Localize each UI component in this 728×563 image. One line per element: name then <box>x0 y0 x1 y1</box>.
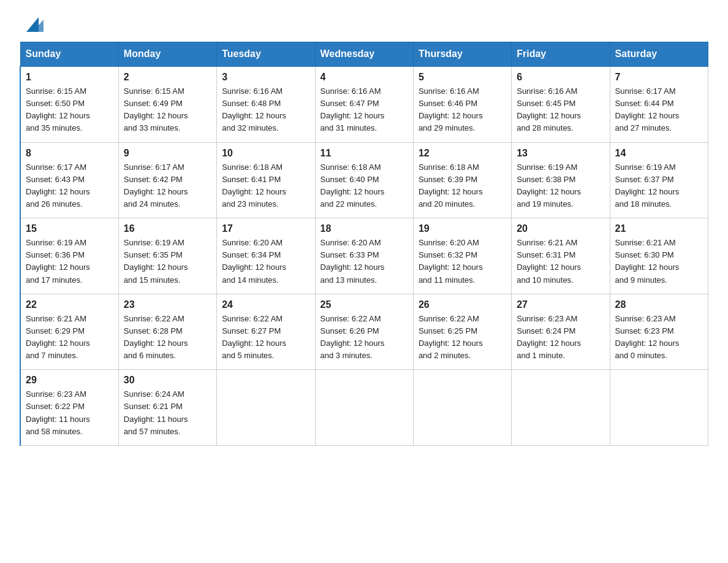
day-number: 21 <box>615 223 703 234</box>
day-number: 11 <box>320 148 408 159</box>
day-info: Sunrise: 6:21 AMSunset: 6:29 PMDaylight:… <box>26 313 113 362</box>
day-info: Sunrise: 6:20 AMSunset: 6:32 PMDaylight:… <box>419 237 506 286</box>
week-row-3: 15Sunrise: 6:19 AMSunset: 6:36 PMDayligh… <box>20 218 708 294</box>
day-info: Sunrise: 6:23 AMSunset: 6:23 PMDaylight:… <box>615 313 703 362</box>
day-number: 24 <box>222 299 309 310</box>
week-row-1: 1Sunrise: 6:15 AMSunset: 6:50 PMDaylight… <box>20 66 708 142</box>
calendar-cell: 22Sunrise: 6:21 AMSunset: 6:29 PMDayligh… <box>20 294 118 370</box>
calendar-cell: 23Sunrise: 6:22 AMSunset: 6:28 PMDayligh… <box>118 294 216 370</box>
calendar-cell: 10Sunrise: 6:18 AMSunset: 6:41 PMDayligh… <box>217 142 315 218</box>
calendar-cell: 8Sunrise: 6:17 AMSunset: 6:43 PMDaylight… <box>20 142 118 218</box>
day-number: 10 <box>222 148 309 159</box>
calendar-cell: 29Sunrise: 6:23 AMSunset: 6:22 PMDayligh… <box>20 370 118 446</box>
calendar-cell: 12Sunrise: 6:18 AMSunset: 6:39 PMDayligh… <box>413 142 511 218</box>
day-info: Sunrise: 6:15 AMSunset: 6:50 PMDaylight:… <box>26 85 113 135</box>
day-info: Sunrise: 6:16 AMSunset: 6:45 PMDaylight:… <box>517 85 604 135</box>
day-number: 17 <box>222 223 309 234</box>
calendar-cell <box>315 370 413 446</box>
day-info: Sunrise: 6:15 AMSunset: 6:49 PMDaylight:… <box>124 85 211 135</box>
day-number: 30 <box>124 375 211 386</box>
day-number: 25 <box>320 299 408 310</box>
week-row-2: 8Sunrise: 6:17 AMSunset: 6:43 PMDaylight… <box>20 142 708 218</box>
day-number: 20 <box>517 223 604 234</box>
calendar-cell: 19Sunrise: 6:20 AMSunset: 6:32 PMDayligh… <box>413 218 511 294</box>
day-info: Sunrise: 6:23 AMSunset: 6:22 PMDaylight:… <box>26 388 113 438</box>
column-header-thursday: Thursday <box>413 42 511 67</box>
calendar-cell <box>413 370 511 446</box>
day-number: 2 <box>124 72 211 83</box>
column-header-saturday: Saturday <box>610 42 708 67</box>
day-info: Sunrise: 6:16 AMSunset: 6:47 PMDaylight:… <box>320 85 408 135</box>
day-number: 5 <box>419 72 506 83</box>
calendar-cell: 24Sunrise: 6:22 AMSunset: 6:27 PMDayligh… <box>217 294 315 370</box>
day-number: 19 <box>419 223 506 234</box>
day-info: Sunrise: 6:20 AMSunset: 6:33 PMDaylight:… <box>320 237 408 286</box>
day-info: Sunrise: 6:22 AMSunset: 6:25 PMDaylight:… <box>419 313 506 362</box>
calendar-cell: 30Sunrise: 6:24 AMSunset: 6:21 PMDayligh… <box>118 370 216 446</box>
day-number: 8 <box>26 148 113 159</box>
column-header-tuesday: Tuesday <box>217 42 315 67</box>
calendar-cell: 17Sunrise: 6:20 AMSunset: 6:34 PMDayligh… <box>217 218 315 294</box>
day-info: Sunrise: 6:18 AMSunset: 6:41 PMDaylight:… <box>222 161 309 211</box>
day-info: Sunrise: 6:19 AMSunset: 6:38 PMDaylight:… <box>517 161 604 211</box>
day-info: Sunrise: 6:20 AMSunset: 6:34 PMDaylight:… <box>222 237 309 286</box>
day-number: 26 <box>419 299 506 310</box>
day-info: Sunrise: 6:16 AMSunset: 6:46 PMDaylight:… <box>419 85 506 135</box>
day-info: Sunrise: 6:22 AMSunset: 6:26 PMDaylight:… <box>320 313 408 362</box>
column-header-wednesday: Wednesday <box>315 42 413 67</box>
day-number: 15 <box>26 223 113 234</box>
day-info: Sunrise: 6:19 AMSunset: 6:37 PMDaylight:… <box>615 161 703 211</box>
logo <box>20 15 44 31</box>
day-info: Sunrise: 6:17 AMSunset: 6:42 PMDaylight:… <box>124 161 211 211</box>
day-number: 7 <box>615 72 703 83</box>
calendar-cell: 11Sunrise: 6:18 AMSunset: 6:40 PMDayligh… <box>315 142 413 218</box>
day-info: Sunrise: 6:24 AMSunset: 6:21 PMDaylight:… <box>124 388 211 438</box>
calendar-cell <box>512 370 610 446</box>
calendar-cell: 25Sunrise: 6:22 AMSunset: 6:26 PMDayligh… <box>315 294 413 370</box>
day-info: Sunrise: 6:16 AMSunset: 6:48 PMDaylight:… <box>222 85 309 135</box>
day-number: 14 <box>615 148 703 159</box>
calendar-cell: 28Sunrise: 6:23 AMSunset: 6:23 PMDayligh… <box>610 294 708 370</box>
day-info: Sunrise: 6:17 AMSunset: 6:43 PMDaylight:… <box>26 161 113 211</box>
calendar-cell: 5Sunrise: 6:16 AMSunset: 6:46 PMDaylight… <box>413 66 511 142</box>
calendar-cell: 7Sunrise: 6:17 AMSunset: 6:44 PMDaylight… <box>610 66 708 142</box>
day-number: 29 <box>26 375 113 386</box>
calendar-table: SundayMondayTuesdayWednesdayThursdayFrid… <box>20 42 708 446</box>
day-info: Sunrise: 6:23 AMSunset: 6:24 PMDaylight:… <box>517 313 604 362</box>
day-info: Sunrise: 6:19 AMSunset: 6:36 PMDaylight:… <box>26 237 113 286</box>
calendar-cell <box>610 370 708 446</box>
calendar-cell: 13Sunrise: 6:19 AMSunset: 6:38 PMDayligh… <box>512 142 610 218</box>
logo-triangle-icon <box>21 15 44 32</box>
calendar-cell: 21Sunrise: 6:21 AMSunset: 6:30 PMDayligh… <box>610 218 708 294</box>
calendar-cell: 15Sunrise: 6:19 AMSunset: 6:36 PMDayligh… <box>20 218 118 294</box>
calendar-cell: 26Sunrise: 6:22 AMSunset: 6:25 PMDayligh… <box>413 294 511 370</box>
week-row-4: 22Sunrise: 6:21 AMSunset: 6:29 PMDayligh… <box>20 294 708 370</box>
day-info: Sunrise: 6:21 AMSunset: 6:30 PMDaylight:… <box>615 237 703 286</box>
calendar-cell: 6Sunrise: 6:16 AMSunset: 6:45 PMDaylight… <box>512 66 610 142</box>
calendar-cell: 1Sunrise: 6:15 AMSunset: 6:50 PMDaylight… <box>20 66 118 142</box>
day-number: 13 <box>517 148 604 159</box>
calendar-cell: 4Sunrise: 6:16 AMSunset: 6:47 PMDaylight… <box>315 66 413 142</box>
calendar-cell: 20Sunrise: 6:21 AMSunset: 6:31 PMDayligh… <box>512 218 610 294</box>
day-info: Sunrise: 6:18 AMSunset: 6:40 PMDaylight:… <box>320 161 408 211</box>
day-number: 18 <box>320 223 408 234</box>
day-number: 3 <box>222 72 309 83</box>
calendar-cell: 18Sunrise: 6:20 AMSunset: 6:33 PMDayligh… <box>315 218 413 294</box>
calendar-cell: 9Sunrise: 6:17 AMSunset: 6:42 PMDaylight… <box>118 142 216 218</box>
calendar-cell: 14Sunrise: 6:19 AMSunset: 6:37 PMDayligh… <box>610 142 708 218</box>
day-info: Sunrise: 6:21 AMSunset: 6:31 PMDaylight:… <box>517 237 604 286</box>
calendar-header-row: SundayMondayTuesdayWednesdayThursdayFrid… <box>20 42 708 67</box>
column-header-sunday: Sunday <box>20 42 118 67</box>
day-number: 1 <box>26 72 113 83</box>
day-number: 4 <box>320 72 408 83</box>
day-info: Sunrise: 6:19 AMSunset: 6:35 PMDaylight:… <box>124 237 211 286</box>
day-info: Sunrise: 6:18 AMSunset: 6:39 PMDaylight:… <box>419 161 506 211</box>
page-header <box>20 15 708 31</box>
day-number: 23 <box>124 299 211 310</box>
column-header-friday: Friday <box>512 42 610 67</box>
day-number: 28 <box>615 299 703 310</box>
column-header-monday: Monday <box>118 42 216 67</box>
day-number: 16 <box>124 223 211 234</box>
day-number: 22 <box>26 299 113 310</box>
calendar-cell: 16Sunrise: 6:19 AMSunset: 6:35 PMDayligh… <box>118 218 216 294</box>
